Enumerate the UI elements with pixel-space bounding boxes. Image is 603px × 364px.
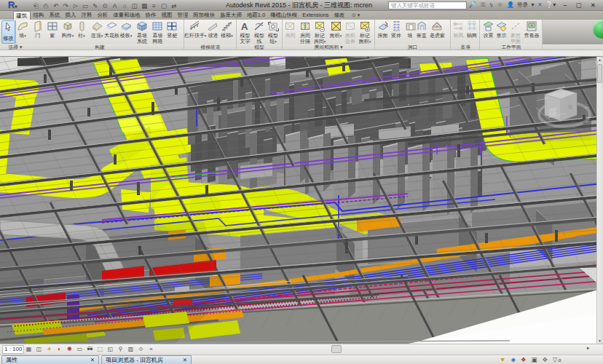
svg-text:前: 前 <box>568 105 573 110</box>
svg-text:A: A <box>241 21 248 32</box>
